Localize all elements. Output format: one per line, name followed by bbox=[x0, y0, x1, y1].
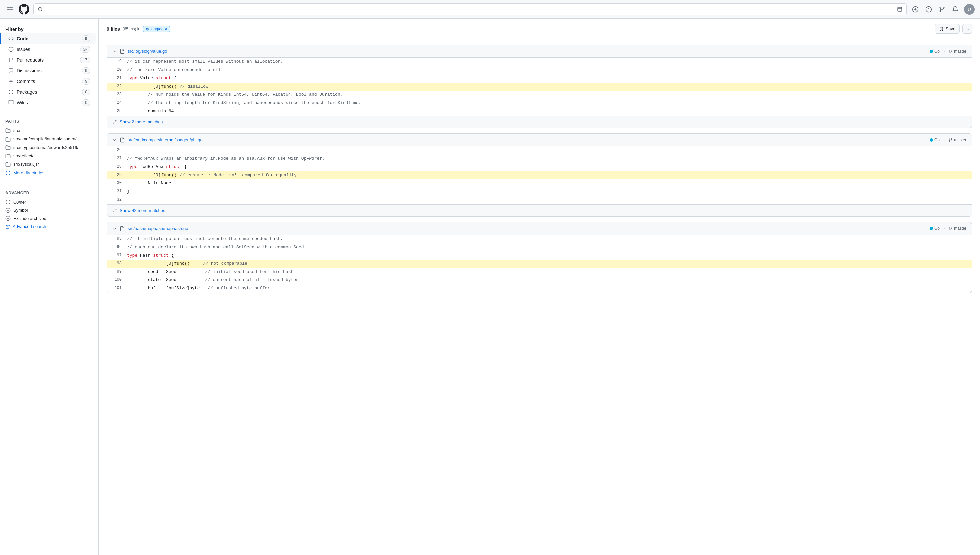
search-expand-icon bbox=[897, 6, 902, 12]
path-item-more-dirs[interactable]: More directories... bbox=[5, 168, 93, 176]
add-button[interactable] bbox=[911, 5, 920, 14]
svg-point-28 bbox=[951, 138, 952, 139]
sidebar-item-prs-badge: 17 bbox=[80, 57, 90, 63]
line-num-32: 32 bbox=[107, 196, 127, 204]
branch-badge-1: master bbox=[949, 49, 966, 54]
code-line-19: 19 // it can represent most small values… bbox=[107, 58, 972, 66]
file-path-3[interactable]: src/hash/maphash/maphash.go bbox=[128, 226, 188, 231]
filter-by-title: Filter by bbox=[0, 24, 98, 33]
show-more-2[interactable]: Show 42 more matches bbox=[107, 204, 972, 216]
collapse-btn-1[interactable] bbox=[112, 49, 117, 54]
path-label-edwards: src/crypto/internal/edwards25519/ bbox=[13, 145, 78, 150]
advanced-item-symbol[interactable]: Symbol bbox=[5, 206, 93, 214]
plus-icon-dirs bbox=[5, 170, 11, 175]
line-content-27: // fwdRefAux wraps an arbitrary ir.Node … bbox=[127, 155, 972, 163]
advanced-search-link[interactable]: Advanced search bbox=[5, 222, 93, 230]
expand-icon-1 bbox=[112, 119, 117, 124]
svg-point-34 bbox=[949, 229, 950, 230]
code-block-3: 95 // If multiple goroutines must comput… bbox=[107, 235, 972, 293]
path-label-more: More directories... bbox=[13, 170, 48, 175]
line-content-97: type Hash struct { bbox=[127, 252, 972, 260]
advanced-item-exclude-archived[interactable]: Exclude archived bbox=[5, 214, 93, 223]
search-input[interactable]: repo:golang/go _ [0]func() bbox=[46, 6, 894, 12]
commits-icon bbox=[8, 78, 14, 84]
show-more-1[interactable]: Show 2 more matches bbox=[107, 115, 972, 128]
collapse-btn-2[interactable] bbox=[112, 137, 117, 142]
sidebar-item-packages-badge: 0 bbox=[82, 88, 90, 95]
search-bar[interactable]: repo:golang/go _ [0]func() bbox=[33, 3, 907, 15]
sidebar-item-wikis-badge: 0 bbox=[82, 99, 90, 106]
advanced-item-owner[interactable]: Owner bbox=[5, 198, 93, 206]
path-item-edwards[interactable]: src/crypto/internal/edwards25519/ bbox=[5, 143, 93, 152]
issues-button[interactable] bbox=[924, 5, 933, 14]
svg-point-12 bbox=[9, 58, 10, 59]
advanced-item-exclude-archived-label: Exclude archived bbox=[13, 216, 47, 221]
advanced-title: Advanced bbox=[5, 191, 93, 195]
paths-title: Paths bbox=[5, 119, 93, 124]
path-item-syscalljs[interactable]: src/syscall/js/ bbox=[5, 160, 93, 168]
file-icon-2 bbox=[120, 137, 125, 143]
svg-point-11 bbox=[9, 61, 10, 62]
result-card-3-header-left: src/hash/maphash/maphash.go bbox=[112, 226, 188, 231]
path-item-ssagen[interactable]: src/cmd/compile/internal/ssagen/ bbox=[5, 135, 93, 143]
file-path-2[interactable]: src/cmd/compile/internal/ssagen/phi.go bbox=[128, 137, 202, 142]
more-button[interactable]: ··· bbox=[962, 24, 972, 34]
path-item-reflect[interactable]: src/reflect/ bbox=[5, 152, 93, 160]
line-num-101: 101 bbox=[107, 284, 127, 292]
file-icon-1 bbox=[120, 48, 125, 54]
lang-label-1: Go bbox=[934, 49, 940, 54]
line-content-31: } bbox=[127, 188, 972, 196]
sidebar-item-wikis[interactable]: Wikis 0 bbox=[3, 97, 96, 108]
line-num-19: 19 bbox=[107, 58, 127, 65]
advanced-section: Advanced Owner Symbol Exclude arc bbox=[0, 188, 98, 233]
line-num-97: 97 bbox=[107, 252, 127, 259]
repo-badge-close[interactable]: × bbox=[165, 27, 167, 31]
collapse-btn-3[interactable] bbox=[112, 226, 117, 231]
line-content-25: num uint64 bbox=[127, 107, 972, 115]
path-item-src[interactable]: src/ bbox=[5, 126, 93, 135]
line-num-27: 27 bbox=[107, 155, 127, 162]
sidebar-item-code[interactable]: Code 9 bbox=[0, 33, 96, 44]
code-line-27: 27 // fwdRefAux wraps an arbitrary ir.No… bbox=[107, 155, 972, 163]
results-actions: Save ··· bbox=[935, 24, 972, 34]
folder-icon-syscalljs bbox=[5, 161, 11, 167]
line-content-30: N ir.Node bbox=[127, 179, 972, 188]
line-content-20: // The zero Value corresponds to nil. bbox=[127, 66, 972, 74]
code-line-98: 98 _ [0]func() // not comparable bbox=[107, 260, 972, 268]
branch-badge-2: master bbox=[949, 138, 966, 142]
line-num-96: 96 bbox=[107, 243, 127, 251]
line-num-95: 95 bbox=[107, 235, 127, 242]
sidebar-item-issues[interactable]: Issues 3k bbox=[3, 44, 96, 55]
svg-point-29 bbox=[949, 140, 950, 141]
sidebar-item-commits[interactable]: Commits 9 bbox=[3, 76, 96, 87]
line-num-99: 99 bbox=[107, 268, 127, 276]
line-content-98: _ [0]func() // not comparable bbox=[127, 260, 972, 268]
line-content-26 bbox=[127, 146, 972, 155]
bookmark-icon bbox=[939, 27, 944, 31]
line-content-32 bbox=[127, 196, 972, 204]
sidebar-item-code-label: Code bbox=[17, 36, 28, 41]
expand-icon-2 bbox=[112, 208, 117, 213]
sidebar-nav: Code 9 Issues 3k Pull requests 17 bbox=[0, 33, 98, 108]
repo-badge-label: golang/go bbox=[146, 27, 164, 31]
code-line-31: 31 } bbox=[107, 188, 972, 196]
sidebar-item-prs[interactable]: Pull requests 17 bbox=[3, 55, 96, 65]
menu-button[interactable] bbox=[5, 5, 14, 14]
path-label-ssagen: src/cmd/compile/internal/ssagen/ bbox=[13, 136, 76, 141]
github-logo[interactable] bbox=[19, 4, 29, 14]
pr-button[interactable] bbox=[937, 5, 947, 14]
code-block-1: 19 // it can represent most small values… bbox=[107, 58, 972, 115]
avatar[interactable]: U bbox=[964, 4, 975, 14]
file-path-1[interactable]: src/log/slog/value.go bbox=[128, 49, 167, 54]
branch-badge-3: master bbox=[949, 226, 966, 231]
branch-icon-3 bbox=[949, 226, 953, 230]
folder-icon-reflect bbox=[5, 153, 11, 159]
plus-icon-owner bbox=[5, 199, 11, 205]
sidebar-item-packages[interactable]: Packages 0 bbox=[3, 87, 96, 97]
save-button[interactable]: Save bbox=[935, 24, 960, 34]
code-icon bbox=[8, 36, 14, 42]
folder-icon-edwards bbox=[5, 144, 11, 150]
notifications-button[interactable] bbox=[951, 5, 960, 14]
sidebar-item-discussions[interactable]: Discussions 9 bbox=[3, 65, 96, 76]
result-card-3: src/hash/maphash/maphash.go Go · master bbox=[107, 222, 972, 293]
